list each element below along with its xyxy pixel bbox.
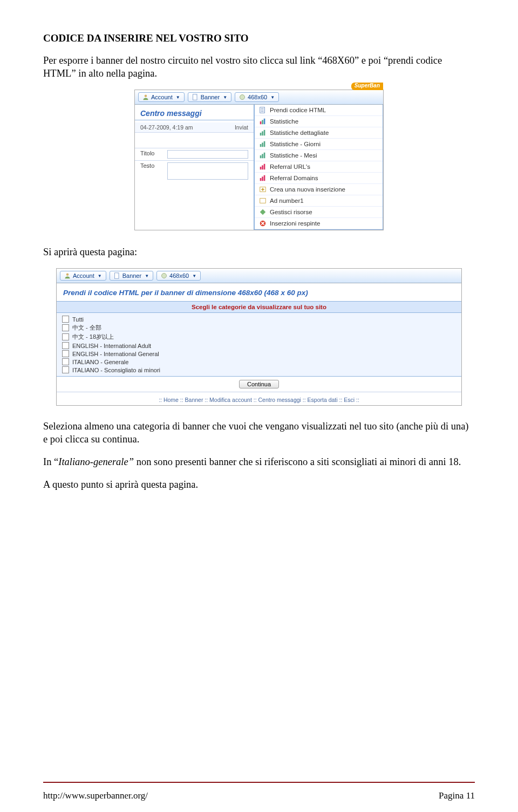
- svg-rect-10: [260, 144, 262, 147]
- menu-item[interactable]: Inserzioni respinte: [255, 218, 383, 229]
- checkbox[interactable]: [62, 333, 69, 340]
- account-label: Account: [73, 272, 94, 279]
- footer-separator: [43, 782, 475, 783]
- chevron-down-icon: ▼: [176, 95, 180, 100]
- menu-item[interactable]: Referral Domains: [255, 173, 383, 184]
- menu-item[interactable]: Statistiche dettagliate: [255, 127, 383, 139]
- page-icon: [192, 94, 199, 100]
- svg-rect-17: [262, 165, 263, 169]
- menu-item[interactable]: Prendi codice HTML: [255, 105, 383, 116]
- size-menu-button[interactable]: 468x60 ▼: [235, 92, 279, 102]
- para-italiano-generale: In “Italiano-generale” non sono presenti…: [43, 455, 475, 468]
- ad-icon: [259, 197, 267, 204]
- svg-rect-4: [260, 121, 262, 124]
- screenshot-1: SuperBan Account ▼ Banner ▼ 468x60: [134, 90, 384, 230]
- banner-label: Banner: [201, 94, 220, 100]
- add-icon: [259, 186, 267, 193]
- menu-item-label: Statistiche dettagliate: [270, 129, 329, 136]
- account-menu-button[interactable]: Account ▼: [138, 92, 185, 102]
- svg-rect-20: [262, 176, 263, 181]
- titolo-input[interactable]: [167, 150, 248, 159]
- continue-row: Continua: [57, 377, 461, 392]
- superban-badge: SuperBan: [351, 83, 383, 90]
- menu-item-label: Ad number1: [270, 197, 304, 204]
- svg-rect-13: [260, 155, 262, 158]
- menu-item[interactable]: Gestisci risorse: [255, 207, 383, 218]
- chevron-down-icon: ▼: [98, 274, 102, 278]
- svg-rect-9: [264, 130, 265, 136]
- doc-heading: CODICE DA INSERIRE NEL VOSTRO SITO: [43, 32, 475, 44]
- svg-point-27: [162, 274, 167, 278]
- section-title: Prendi il codice HTML per il banner di d…: [57, 283, 461, 301]
- testo-row: Testo: [135, 160, 254, 181]
- svg-rect-12: [264, 141, 265, 147]
- category-item[interactable]: ENGLISH - International General: [62, 350, 456, 358]
- category-item[interactable]: ITALIANO - Sconsigliato ai minori: [62, 366, 456, 374]
- menu-item-label: Prendi codice HTML: [270, 107, 326, 113]
- svg-rect-15: [264, 153, 265, 159]
- category-label: ITALIANO - Sconsigliato ai minori: [72, 367, 160, 373]
- centro-messaggi-title: Centro messaggi: [135, 109, 254, 120]
- banner-menu-button[interactable]: Banner ▼: [188, 92, 231, 102]
- checkbox[interactable]: [62, 358, 69, 365]
- account-menu-button[interactable]: Account ▼: [60, 271, 106, 281]
- menu-item-label: Referral URL's: [270, 163, 310, 170]
- titolo-label: Titolo: [140, 150, 167, 159]
- category-list: Tutti中文 - 全部中文 - 18岁以上ENGLISH - Internat…: [57, 313, 461, 377]
- diamond-icon: [259, 208, 267, 216]
- toolbar: SuperBan Account ▼ Banner ▼ 468x60: [135, 90, 383, 105]
- globe-icon: [239, 94, 246, 100]
- user-icon: [64, 272, 71, 279]
- category-label: Tutti: [72, 316, 84, 323]
- checkbox[interactable]: [62, 342, 69, 349]
- user-icon: [142, 94, 149, 100]
- bar-chart-icon: [259, 152, 267, 159]
- menu-item[interactable]: Referral URL's: [255, 161, 383, 173]
- menu-item[interactable]: Statistiche - Giorni: [255, 139, 383, 150]
- footer-links[interactable]: :: Home :: Banner :: Modifica account ::…: [57, 392, 461, 405]
- menu-item-label: Gestisci risorse: [270, 209, 312, 215]
- account-label: Account: [151, 94, 173, 100]
- para-instructions: Seleziona almeno una categoria di banner…: [43, 420, 475, 446]
- category-label: ITALIANO - Generale: [72, 359, 128, 365]
- screenshot-2: Account ▼ Banner ▼ 468x60 ▼ Prendi il co…: [56, 268, 462, 406]
- message-sent-label: Inviat: [235, 124, 248, 131]
- menu-item-label: Crea una nuova inserizione: [270, 186, 345, 193]
- menu-item-label: Referral Domains: [270, 175, 318, 181]
- intro-paragraph: Per esporre i banner del nostro circuito…: [43, 54, 475, 80]
- menu-item[interactable]: Crea una nuova inserizione: [255, 184, 383, 195]
- category-item[interactable]: 中文 - 全部: [62, 323, 456, 332]
- svg-rect-11: [262, 142, 263, 147]
- svg-rect-23: [260, 199, 266, 203]
- category-label: ENGLISH - International General: [72, 351, 159, 357]
- menu-item[interactable]: Statistiche - Mesi: [255, 150, 383, 161]
- testo-label: Testo: [140, 162, 167, 180]
- page-icon: [259, 106, 267, 114]
- category-item[interactable]: 中文 - 18岁以上: [62, 332, 456, 342]
- banner-menu-button[interactable]: Banner ▼: [110, 271, 153, 281]
- testo-textarea[interactable]: [167, 162, 248, 180]
- category-label: ENGLISH - International Adult: [72, 343, 151, 349]
- svg-rect-14: [262, 154, 263, 158]
- dropdown-menu: Prendi codice HTMLStatisticheStatistiche…: [254, 105, 383, 230]
- bar-chart-icon: [259, 163, 267, 170]
- menu-item[interactable]: Statistiche: [255, 116, 383, 127]
- svg-point-2: [240, 95, 245, 100]
- svg-rect-7: [260, 133, 262, 135]
- category-label: 中文 - 18岁以上: [72, 333, 114, 341]
- checkbox[interactable]: [62, 350, 69, 357]
- checkbox[interactable]: [62, 366, 69, 373]
- message-row[interactable]: 04-27-2009, 4:19 am Inviat: [135, 122, 254, 133]
- category-item[interactable]: Tutti: [62, 315, 456, 323]
- category-item[interactable]: ENGLISH - International Adult: [62, 342, 456, 350]
- menu-item[interactable]: Ad number1: [255, 195, 383, 207]
- checkbox[interactable]: [62, 316, 69, 323]
- size-menu-button[interactable]: 468x60 ▼: [156, 271, 201, 281]
- checkbox[interactable]: [62, 324, 69, 331]
- page-icon: [114, 272, 120, 279]
- size-label: 468x60: [248, 94, 267, 100]
- category-item[interactable]: ITALIANO - Generale: [62, 358, 456, 366]
- chevron-down-icon: ▼: [223, 95, 227, 100]
- svg-rect-21: [264, 175, 265, 181]
- continua-button[interactable]: Continua: [239, 380, 279, 388]
